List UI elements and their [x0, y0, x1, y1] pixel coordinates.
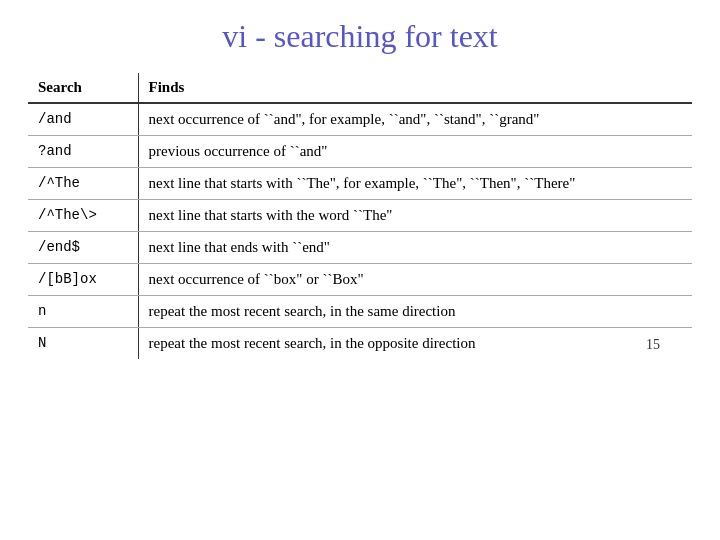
table-wrapper: Search Finds /andnext occurrence of ``an… — [28, 73, 692, 359]
table-row: ?andprevious occurrence of ``and" — [28, 136, 692, 168]
table-row: Nrepeat the most recent search, in the o… — [28, 328, 692, 360]
table-row: nrepeat the most recent search, in the s… — [28, 296, 692, 328]
table-row: /andnext occurrence of ``and", for examp… — [28, 103, 692, 136]
search-cell: /[bB]ox — [28, 264, 138, 296]
page-number: 15 — [646, 337, 660, 353]
col-finds-header: Finds — [138, 73, 692, 103]
finds-cell: repeat the most recent search, in the sa… — [138, 296, 692, 328]
search-cell: N — [28, 328, 138, 360]
table-row: /^The\>next line that starts with the wo… — [28, 200, 692, 232]
finds-cell: next occurrence of ``and", for example, … — [138, 103, 692, 136]
finds-cell: next line that starts with the word ``Th… — [138, 200, 692, 232]
table-row: /end$next line that ends with ``end" — [28, 232, 692, 264]
search-cell: /^The\> — [28, 200, 138, 232]
finds-cell: repeat the most recent search, in the op… — [138, 328, 692, 360]
finds-cell: next line that starts with ``The", for e… — [138, 168, 692, 200]
page-title: vi - searching for text — [222, 18, 497, 55]
search-cell: n — [28, 296, 138, 328]
finds-cell: next occurrence of ``box" or ``Box" — [138, 264, 692, 296]
table-row: /^Thenext line that starts with ``The", … — [28, 168, 692, 200]
col-search-header: Search — [28, 73, 138, 103]
search-cell: /and — [28, 103, 138, 136]
reference-table: Search Finds /andnext occurrence of ``an… — [28, 73, 692, 359]
search-cell: ?and — [28, 136, 138, 168]
search-cell: /^The — [28, 168, 138, 200]
search-cell: /end$ — [28, 232, 138, 264]
table-row: /[bB]oxnext occurrence of ``box" or ``Bo… — [28, 264, 692, 296]
table-header-row: Search Finds — [28, 73, 692, 103]
finds-cell: previous occurrence of ``and" — [138, 136, 692, 168]
finds-cell: next line that ends with ``end" — [138, 232, 692, 264]
main-page: vi - searching for text Search Finds /an… — [0, 0, 720, 540]
